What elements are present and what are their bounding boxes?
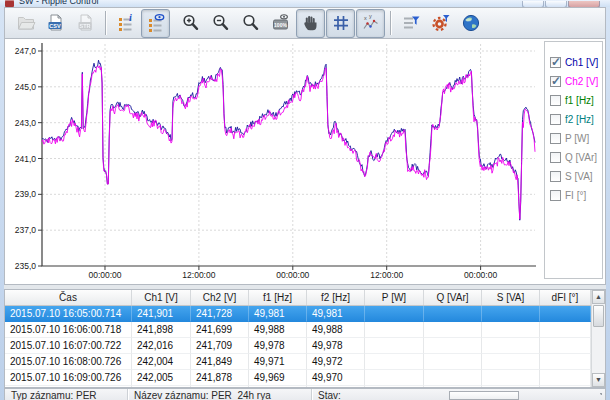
- table-cell: 242,008: [132, 386, 191, 387]
- chart-series-ch1: [42, 60, 535, 220]
- table-cell: [482, 370, 540, 386]
- legend-item-p[interactable]: P [W]: [545, 129, 602, 148]
- zoom-100-button[interactable]: 100%: [266, 9, 295, 38]
- globe-icon: [461, 13, 481, 33]
- zoom-in-button[interactable]: [176, 9, 205, 38]
- table-row[interactable]: 2015.07.10 16:06:00.718241,898241,69949,…: [5, 322, 591, 338]
- y-axis-label: 243,0: [15, 118, 37, 128]
- open-button[interactable]: [11, 9, 40, 38]
- table-cell: 241,699: [191, 322, 249, 338]
- toolbar-separator: [390, 11, 392, 35]
- table-cell: [540, 322, 591, 338]
- checkbox-ch2-checked[interactable]: [550, 76, 561, 87]
- table-cell: [365, 306, 424, 322]
- zoom-in-icon: [181, 13, 201, 33]
- table-row[interactable]: 2015.07.10 16:05:00.714241,901241,72849,…: [5, 306, 591, 322]
- window-title: SW - Ripple Control: [19, 0, 99, 6]
- resize-grip[interactable]: [595, 391, 604, 400]
- column-header[interactable]: f2 [Hz]: [307, 290, 365, 305]
- table-cell: [482, 306, 540, 322]
- record-view-icon: [146, 13, 166, 33]
- table-cell: 49,972: [307, 354, 365, 370]
- table-cell: [424, 322, 482, 338]
- column-header[interactable]: Ch2 [V]: [191, 290, 249, 305]
- column-header[interactable]: P [W]: [365, 290, 424, 305]
- record-info-icon: i: [116, 13, 136, 33]
- table-row[interactable]: 2015.07.10 16:07:00.722242,016241,70949,…: [5, 338, 591, 354]
- column-header[interactable]: Ch1 [V]: [132, 290, 191, 305]
- str-export-icon: STR: [76, 13, 96, 33]
- checkbox-fi[interactable]: [550, 190, 561, 201]
- table-header-row: ČasCh1 [V]Ch2 [V]f1 [Hz]f2 [Hz]P [W]Q [V…: [5, 290, 591, 306]
- table-cell: 49,978: [249, 338, 307, 354]
- table-cell: [365, 370, 424, 386]
- table-cell: 241,728: [191, 306, 249, 322]
- export-csv-button[interactable]: CSV: [41, 9, 70, 38]
- table-scrollbar[interactable]: ▲ ▼: [591, 290, 605, 387]
- zoom-select-button[interactable]: [236, 9, 265, 38]
- chart-canvas[interactable]: 235,0237,0239,0241,0243,0245,0247,000:00…: [5, 39, 547, 283]
- legend-item-q[interactable]: Q [VAr]: [545, 148, 602, 167]
- zoom-icon: [241, 13, 261, 33]
- checkbox-q[interactable]: [550, 152, 561, 163]
- settings-filter-icon: [431, 13, 451, 33]
- web-button[interactable]: [456, 9, 485, 38]
- toolbar-separator: [105, 11, 107, 35]
- grid-icon: [331, 13, 351, 33]
- legend-item-fi[interactable]: FI [°]: [545, 186, 602, 205]
- table-cell: 2015.07.10 16:07:00.722: [5, 338, 132, 354]
- app-window: SW - Ripple Control CSVSTRi100%xy 235,02…: [0, 0, 610, 400]
- table-cell: 242,016: [132, 338, 191, 354]
- scrollbar-thumb[interactable]: [593, 305, 604, 327]
- titlebar[interactable]: SW - Ripple Control: [0, 0, 610, 7]
- table-cell: 49,969: [249, 370, 307, 386]
- legend-item-f1[interactable]: f1 [Hz]: [545, 91, 602, 110]
- filter-list-button[interactable]: [396, 9, 425, 38]
- table-cell: 49,981: [249, 306, 307, 322]
- table-row[interactable]: 2015.07.10 16:08:00.726242,004241,84949,…: [5, 354, 591, 370]
- y-axis-label: 247,0: [15, 46, 37, 56]
- column-header[interactable]: f1 [Hz]: [249, 290, 307, 305]
- scrollbar-down-icon[interactable]: ▼: [592, 373, 605, 387]
- legend-item-ch1[interactable]: Ch1 [V]: [545, 53, 602, 72]
- checkbox-f1[interactable]: [550, 95, 561, 106]
- status-progressbar: [449, 391, 519, 400]
- table-cell: [482, 322, 540, 338]
- y-axis-label: 245,0: [15, 82, 37, 92]
- status-record-type: Typ záznamu: PER: [5, 389, 128, 400]
- record-info-button[interactable]: i: [111, 9, 140, 38]
- grid-button[interactable]: [326, 9, 355, 38]
- checkbox-s[interactable]: [550, 171, 561, 182]
- column-header[interactable]: Čas: [5, 290, 132, 305]
- record-view-button[interactable]: [141, 9, 170, 38]
- table-cell: 241,901: [132, 306, 191, 322]
- scrollbar-up-icon[interactable]: ▲: [592, 290, 605, 304]
- legend-item-s[interactable]: S [VA]: [545, 167, 602, 186]
- checkbox-p[interactable]: [550, 133, 561, 144]
- column-header[interactable]: Q [VAr]: [424, 290, 482, 305]
- x-axis-label: 12:00:00: [182, 270, 215, 280]
- filter-settings-button[interactable]: [426, 9, 455, 38]
- legend-item-f2[interactable]: f2 [Hz]: [545, 110, 602, 129]
- legend-item-ch2[interactable]: Ch2 [V]: [545, 72, 602, 91]
- y-axis-label: 235,0: [15, 261, 37, 271]
- table-row-partial[interactable]: 2015.07.10 16:10:00.730242,008241,88649,…: [5, 386, 591, 387]
- table-row[interactable]: 2015.07.10 16:09:00.726242,005241,87849,…: [5, 370, 591, 386]
- column-header[interactable]: dFI [°]: [540, 290, 591, 305]
- table-cell: [424, 354, 482, 370]
- toolbar: CSVSTRi100%xy: [4, 7, 606, 39]
- pan-button[interactable]: [296, 9, 325, 38]
- xy-values-button[interactable]: xy: [356, 9, 385, 38]
- table-cell: [540, 370, 591, 386]
- column-header[interactable]: S [VA]: [482, 290, 540, 305]
- checkbox-ch1-checked[interactable]: [550, 57, 561, 68]
- export-str-button[interactable]: STR: [71, 9, 100, 38]
- legend-label-ch1: Ch1 [V]: [565, 57, 598, 68]
- zoom-out-button[interactable]: [206, 9, 235, 38]
- checkbox-f2[interactable]: [550, 114, 561, 125]
- statusbar: Typ záznamu: PER Název záznamu: PER_24h …: [4, 388, 606, 400]
- data-table: ČasCh1 [V]Ch2 [V]f1 [Hz]f2 [Hz]P [W]Q [V…: [4, 289, 606, 388]
- table-body[interactable]: 2015.07.10 16:05:00.714241,901241,72849,…: [5, 306, 591, 387]
- table-cell: 2015.07.10 16:06:00.718: [5, 322, 132, 338]
- legend-label-q: Q [VAr]: [565, 152, 597, 163]
